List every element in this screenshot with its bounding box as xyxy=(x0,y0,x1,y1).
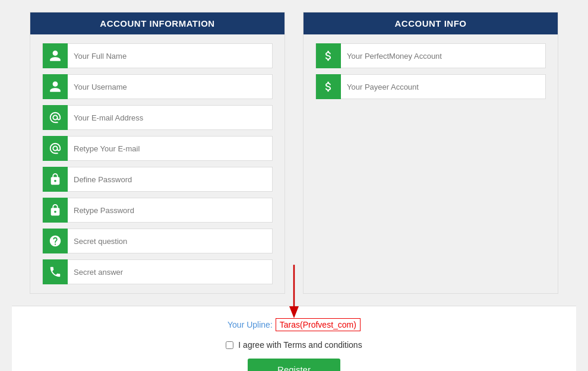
lock-icon-password xyxy=(43,167,68,192)
upline-row: Your Upline: Taras(Profvest_com) xyxy=(227,318,361,331)
password-input[interactable] xyxy=(68,167,272,191)
main-wrapper: ACCOUNT INFORMATION xyxy=(12,12,576,371)
bottom-section: Your Upline: Taras(Profvest_com) I agree… xyxy=(12,306,576,371)
lock-icon-retype-password xyxy=(43,198,68,223)
user-svg xyxy=(49,49,62,62)
account-info-body xyxy=(304,34,558,108)
upline-label: Your Upline: xyxy=(227,320,273,329)
lock-svg xyxy=(49,173,62,186)
dollar-icon-payeer xyxy=(316,74,341,99)
dollar-svg xyxy=(322,49,335,62)
terms-checkbox[interactable] xyxy=(226,341,233,349)
account-information-header: ACCOUNT INFORMATION xyxy=(30,12,284,34)
dollar-svg-2 xyxy=(322,80,335,93)
account-info-panel: ACCOUNT INFO xyxy=(303,12,558,294)
at-svg-2 xyxy=(49,142,62,155)
arrow-container xyxy=(285,265,303,321)
question-svg xyxy=(49,234,62,248)
user-svg-2 xyxy=(49,80,62,93)
at-svg xyxy=(49,111,62,124)
full-name-field-row xyxy=(42,43,273,68)
svg-marker-1 xyxy=(289,306,299,318)
secret-answer-input[interactable] xyxy=(68,260,272,284)
terms-label: I agree with Terms and conditions xyxy=(238,340,362,350)
user-icon-fullname xyxy=(43,43,68,68)
phone-icon xyxy=(43,259,68,284)
lock-svg-2 xyxy=(49,204,62,217)
account-info-header: ACCOUNT INFO xyxy=(304,12,558,34)
dollar-icon-pm xyxy=(316,43,341,68)
perfect-money-input[interactable] xyxy=(341,44,545,68)
at-icon-email xyxy=(43,105,68,130)
username-field-row xyxy=(42,74,273,99)
retype-email-field-row xyxy=(42,136,273,161)
payeer-input[interactable] xyxy=(341,75,545,99)
payeer-field-row xyxy=(315,74,546,99)
at-icon-retype-email xyxy=(43,136,68,161)
account-information-body xyxy=(30,34,284,293)
retype-email-input[interactable] xyxy=(68,137,272,160)
password-field-row xyxy=(42,167,273,192)
user-icon-username xyxy=(43,74,68,99)
username-input[interactable] xyxy=(68,75,272,99)
terms-row: I agree with Terms and conditions xyxy=(226,340,362,350)
account-information-panel: ACCOUNT INFORMATION xyxy=(30,12,285,294)
email-field-row xyxy=(42,105,273,130)
secret-question-field-row xyxy=(42,229,273,253)
retype-password-field-row xyxy=(42,198,273,223)
full-name-input[interactable] xyxy=(68,44,272,68)
retype-password-input[interactable] xyxy=(68,198,272,222)
register-button[interactable]: Register xyxy=(248,359,340,371)
red-arrow-svg xyxy=(285,265,303,318)
panels-row: ACCOUNT INFORMATION xyxy=(12,12,576,294)
email-input[interactable] xyxy=(68,106,272,129)
perfect-money-field-row xyxy=(315,43,546,68)
secret-question-input[interactable] xyxy=(68,229,272,253)
secret-answer-field-row xyxy=(42,259,273,284)
question-icon xyxy=(43,229,68,253)
phone-svg xyxy=(49,265,62,278)
